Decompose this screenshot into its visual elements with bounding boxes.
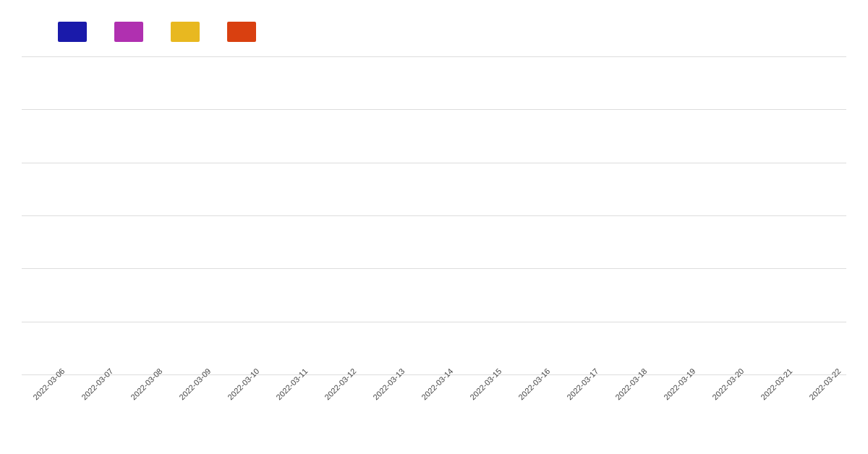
bar-group <box>410 56 459 374</box>
legend-item-complained <box>227 22 262 42</box>
x-label-group: 2022-03-06 <box>22 375 70 390</box>
legend-item-opened <box>58 22 93 42</box>
x-label-group: 2022-03-18 <box>604 375 652 390</box>
x-label-group: 2022-03-14 <box>410 375 459 390</box>
x-label-group: 2022-03-11 <box>264 375 312 390</box>
x-label-group: 2022-03-20 <box>701 375 749 390</box>
bar-group <box>22 56 70 374</box>
chart-area: 2022-03-062022-03-072022-03-082022-03-09… <box>14 56 854 454</box>
x-label-group: 2022-03-12 <box>312 375 361 390</box>
x-label-group: 2022-03-17 <box>556 375 604 390</box>
bars-wrapper <box>22 56 846 374</box>
chart-container: 2022-03-062022-03-072022-03-082022-03-09… <box>0 0 868 454</box>
x-label-group: 2022-03-19 <box>652 375 701 390</box>
x-label-group: 2022-03-21 <box>749 375 798 390</box>
unsubscribed-swatch <box>171 22 200 42</box>
bar-group <box>749 56 798 374</box>
x-axis-area: 2022-03-062022-03-072022-03-082022-03-09… <box>14 374 854 454</box>
x-label-group: 2022-03-16 <box>507 375 556 390</box>
bar-group <box>167 56 216 374</box>
x-label-group: 2022-03-22 <box>798 375 846 390</box>
bar-group <box>701 56 749 374</box>
legend-item-unsubscribed <box>171 22 205 42</box>
bar-group <box>264 56 312 374</box>
bar-group <box>459 56 507 374</box>
bar-group <box>604 56 652 374</box>
bar-group <box>361 56 409 374</box>
x-label-group: 2022-03-10 <box>216 375 264 390</box>
bar-group <box>216 56 264 374</box>
bar-group <box>652 56 701 374</box>
opened-swatch <box>58 22 87 42</box>
bar-group <box>507 56 556 374</box>
bar-group <box>556 56 604 374</box>
x-label-group: 2022-03-09 <box>167 375 216 390</box>
legend <box>14 14 854 56</box>
complained-swatch <box>227 22 256 42</box>
clicked-swatch <box>114 22 143 42</box>
legend-item-clicked <box>114 22 149 42</box>
bar-group <box>119 56 167 374</box>
grid-line <box>22 374 846 375</box>
x-label-group: 2022-03-08 <box>119 375 167 390</box>
grid-and-bars <box>22 56 846 374</box>
bar-group <box>312 56 361 374</box>
x-label-group: 2022-03-13 <box>361 375 409 390</box>
bar-group <box>798 56 846 374</box>
x-label-group: 2022-03-07 <box>70 375 119 390</box>
x-axis: 2022-03-062022-03-072022-03-082022-03-09… <box>22 374 846 390</box>
bar-group <box>70 56 119 374</box>
x-label-group: 2022-03-15 <box>459 375 507 390</box>
